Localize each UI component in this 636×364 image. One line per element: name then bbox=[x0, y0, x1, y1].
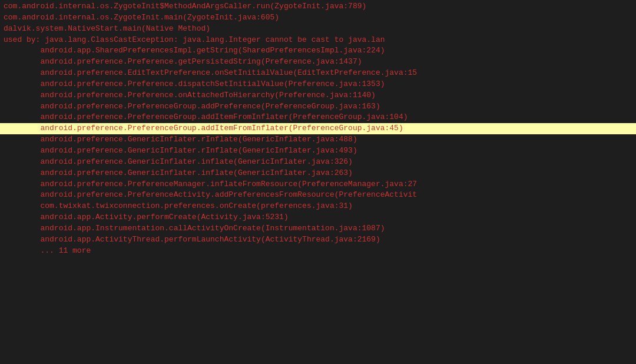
log-line: android.preference.PreferenceGroup.addIt… bbox=[0, 112, 636, 123]
log-line: android.preference.EditTextPreference.on… bbox=[0, 68, 636, 79]
log-line: android.app.Activity.performCreate(Activ… bbox=[0, 212, 636, 223]
log-line: android.preference.GenericInflater.infla… bbox=[0, 157, 636, 168]
log-line: android.preference.GenericInflater.rInfl… bbox=[0, 145, 636, 157]
log-line: android.preference.Preference.getPersist… bbox=[0, 57, 636, 68]
log-line bbox=[0, 256, 636, 267]
log-line: ... 11 more bbox=[0, 246, 636, 257]
log-line: android.preference.Preference.onAttached… bbox=[0, 90, 636, 101]
log-line: android.preference.Preference.dispatchSe… bbox=[0, 79, 636, 90]
log-line: com.android.internal.os.ZygoteInit$Metho… bbox=[0, 1, 636, 12]
log-line: android.preference.PreferenceGroup.addPr… bbox=[0, 101, 636, 112]
log-line: used by: java.lang.ClassCastException: j… bbox=[0, 35, 636, 46]
log-line: android.preference.PreferenceManager.inf… bbox=[0, 179, 636, 190]
log-line: com.twixkat.twixconnection.preferences.o… bbox=[0, 201, 636, 212]
log-line: android.app.SharedPreferencesImpl.getStr… bbox=[0, 45, 636, 57]
log-line: android.preference.GenericInflater.infla… bbox=[0, 168, 636, 179]
log-line: android.preference.GenericInflater.rInfl… bbox=[0, 134, 636, 145]
log-container: com.android.internal.os.ZygoteInit$Metho… bbox=[0, 0, 636, 364]
log-line: android.app.Instrumentation.callActivity… bbox=[0, 223, 636, 234]
log-line: com.android.internal.os.ZygoteInit.main(… bbox=[0, 12, 636, 24]
log-line: dalvik.system.NativeStart.main(Native Me… bbox=[0, 24, 636, 35]
log-line: android.preference.PreferenceActivity.ad… bbox=[0, 190, 636, 201]
log-line: android.preference.PreferenceGroup.addIt… bbox=[0, 123, 636, 134]
log-line: android.app.ActivityThread.performLaunch… bbox=[0, 234, 636, 246]
